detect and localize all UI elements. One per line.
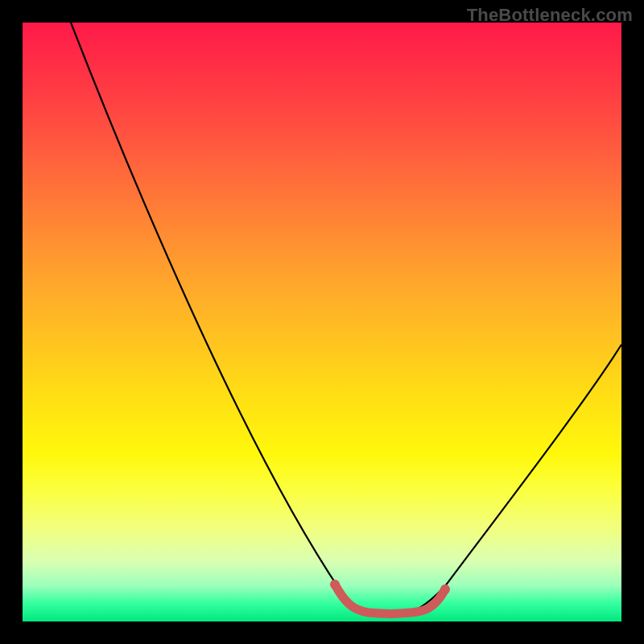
watermark-text: TheBottleneck.com [467,5,633,26]
optimal-band [335,584,445,613]
optimal-band-end-dot [440,584,450,594]
optimal-band-start-dot [330,580,340,589]
plot-area [23,23,621,621]
chart-stage: TheBottleneck.com [0,0,644,644]
curve-overlay [23,23,621,621]
bottleneck-curve [71,23,621,615]
